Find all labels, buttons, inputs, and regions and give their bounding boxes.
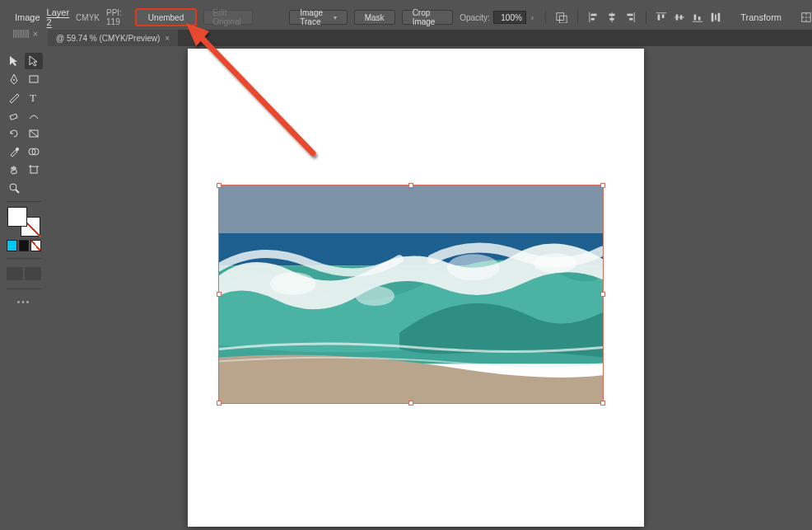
bbox-handle[interactable] [408,183,413,188]
svg-rect-3 [590,14,596,16]
svg-line-43 [16,190,19,193]
type-tool[interactable]: T [25,89,43,106]
crop-image-button[interactable]: Crop Image [402,10,454,25]
svg-rect-0 [557,13,564,21]
align-bottom-icon[interactable] [692,11,703,24]
align-top-icon[interactable] [656,11,667,24]
artboard[interactable] [188,49,644,527]
svg-point-24 [805,16,807,18]
fill-stroke-swatch[interactable] [7,207,40,237]
svg-rect-32 [10,114,17,120]
bbox-handle[interactable] [408,401,413,406]
canvas-area[interactable] [48,46,812,530]
svg-rect-10 [629,18,632,21]
fill-swatch[interactable] [7,207,27,227]
control-bar: Image Layer 2 CMYK PPI: 119 Unembed Edit… [0,8,812,26]
svg-line-34 [30,130,38,137]
artboard-tool[interactable] [25,162,43,178]
svg-rect-15 [676,15,679,21]
svg-rect-20 [712,13,714,22]
rectangle-tool[interactable] [25,71,43,87]
bbox-handle[interactable] [217,183,222,188]
panel-close-icon[interactable]: × [33,30,38,39]
svg-rect-1 [559,16,567,23]
selection-tool[interactable] [5,53,23,69]
transform-label[interactable]: Transform [740,12,782,22]
eyedropper-tool[interactable] [5,143,23,160]
gradient-tool[interactable] [25,125,43,142]
image-trace-dropdown[interactable]: Image Trace [289,10,347,25]
color-mode-label: CMYK [76,13,100,22]
align-left-icon[interactable] [588,11,600,24]
svg-rect-30 [30,76,38,82]
bbox-handle[interactable] [600,183,605,188]
bbox-handle[interactable] [600,401,605,406]
separator [545,11,546,24]
mask-button[interactable]: Mask [354,10,395,25]
svg-rect-21 [715,15,716,21]
object-menu-icon[interactable] [556,11,567,24]
opacity-chevron-icon[interactable]: › [530,13,535,22]
zoom-tool[interactable] [5,180,23,196]
layer-link[interactable]: Layer 2 [47,7,70,27]
document-tab[interactable]: @ 59.74 % (CMYK/Preview) × [48,30,178,46]
direct-selection-tool[interactable] [25,53,43,69]
color-mode-solid[interactable] [7,240,17,251]
selected-image[interactable] [218,185,604,404]
draw-behind[interactable] [25,267,41,280]
shaper-tool[interactable] [25,107,43,124]
color-mode-row [5,238,43,253]
svg-point-29 [13,79,15,81]
svg-point-50 [355,286,394,306]
selection-type-label: Image [15,12,40,22]
svg-rect-22 [718,13,721,22]
paintbrush-tool[interactable] [5,89,23,106]
panel-grip-icon[interactable] [13,30,30,38]
svg-rect-6 [609,14,614,16]
shape-builder-tool[interactable] [25,143,43,160]
svg-rect-4 [590,18,594,21]
svg-rect-19 [698,16,701,20]
document-tab-bar: @ 59.74 % (CMYK/Preview) × [48,30,812,46]
rotate-tool[interactable] [5,125,23,142]
ppi-label: PPI: 119 [106,8,128,26]
isolate-icon[interactable] [800,11,812,24]
toolbox-separator [7,201,41,202]
opacity-control: Opacity: › [460,11,535,24]
svg-rect-9 [627,14,632,16]
hand-tool[interactable] [5,162,23,178]
pen-tool[interactable] [5,71,23,87]
svg-text:T: T [30,91,36,104]
color-mode-none[interactable] [30,240,41,251]
svg-rect-12 [658,15,660,21]
bbox-handle[interactable] [217,292,222,297]
separator [577,11,578,24]
edit-original-button: Edit Original [203,10,253,25]
tab-close-icon[interactable]: × [165,34,170,43]
svg-point-42 [10,184,16,190]
svg-rect-44 [219,185,603,233]
svg-point-48 [447,254,500,280]
eraser-tool[interactable] [5,107,23,124]
toolbox-separator [7,288,41,289]
edit-toolbar-icon[interactable]: ••• [5,294,43,310]
svg-point-47 [270,272,316,295]
opacity-input[interactable] [493,11,526,24]
bbox-handle[interactable] [217,401,222,406]
svg-rect-16 [680,15,683,19]
distribute-icon[interactable] [710,11,721,24]
align-right-icon[interactable] [624,11,636,24]
align-center-v-icon[interactable] [674,11,685,24]
toolbox: T ? ••• [3,51,44,312]
unembed-button[interactable]: Unembed [135,8,197,26]
bbox-handle[interactable] [600,292,605,297]
document-tab-title: @ 59.74 % (CMYK/Preview) [56,34,160,43]
svg-rect-7 [609,18,614,21]
color-mode-gradient[interactable] [19,240,30,251]
align-center-h-icon[interactable] [606,11,618,24]
toolbox-separator [7,258,41,259]
separator [646,11,646,24]
draw-normal[interactable] [7,267,23,280]
svg-point-35 [16,148,19,151]
svg-rect-18 [694,15,697,21]
